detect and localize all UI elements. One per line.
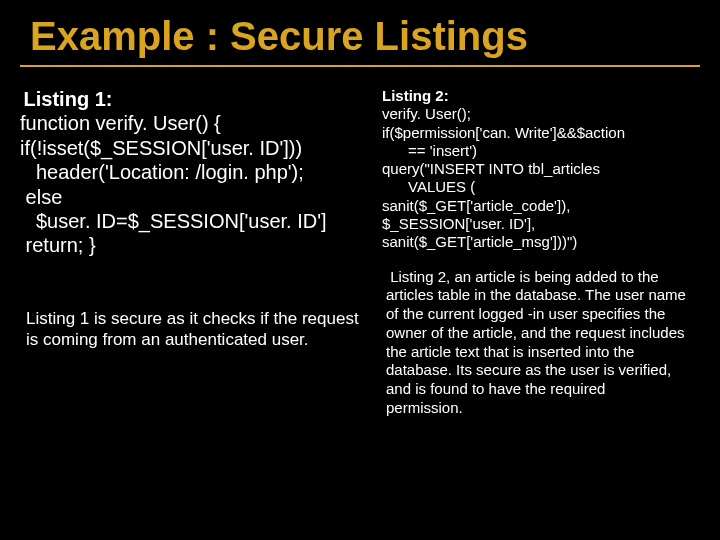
left-column: Listing 1: function verify. User() { if(… [18, 87, 370, 418]
code-text: else [26, 186, 63, 208]
code-line: else [20, 185, 370, 209]
slide-title: Example : Secure Listings [0, 0, 720, 59]
listing-1-caption: Listing 1 is secure as it checks if the … [18, 258, 370, 351]
code-line: $user. ID=$_SESSION['user. ID'] [20, 209, 370, 233]
right-column: Listing 2: verify. User(); if($permissio… [382, 87, 702, 418]
code-text: return; } [26, 234, 96, 256]
listing-2-code: verify. User(); if($permission['can. Wri… [382, 105, 702, 251]
code-line: sanit($_GET['article_code']), [382, 197, 702, 215]
slide: Example : Secure Listings Listing 1: fun… [0, 0, 720, 540]
listing-1-label: Listing 1: [18, 87, 370, 111]
code-line: $_SESSION['user. ID'], [382, 215, 702, 233]
code-line: header('Location: /login. php'); [20, 160, 370, 184]
code-line: return; } [20, 233, 370, 257]
content-columns: Listing 1: function verify. User() { if(… [0, 67, 720, 418]
code-line: verify. User(); [382, 105, 702, 123]
code-line: if(!isset($_SESSION['user. ID'])) [20, 136, 370, 160]
code-line: function verify. User() { [20, 111, 370, 135]
code-line: query("INSERT INTO tbl_articles [382, 160, 702, 178]
caption-text: Listing 2, an article is being added to … [386, 268, 686, 416]
code-line: == 'insert') [382, 142, 702, 160]
listing-2-label: Listing 2: [382, 87, 702, 105]
code-line: sanit($_GET['article_msg']))") [382, 233, 702, 251]
listing-2-caption: Listing 2, an article is being added to … [382, 252, 702, 418]
listing-1-label-text: Listing 1: [24, 88, 113, 110]
code-line: if($permission['can. Write']&&$action [382, 124, 702, 142]
code-line: VALUES ( [382, 178, 702, 196]
listing-1-code: function verify. User() { if(!isset($_SE… [18, 111, 370, 257]
